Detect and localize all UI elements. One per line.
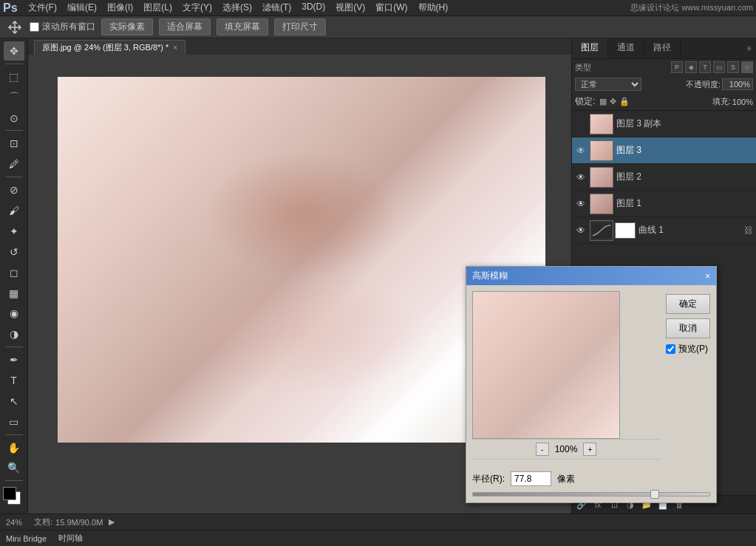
fill-screen-button[interactable]: 填充屏幕 xyxy=(217,18,268,35)
status-bar: 24% 文档: 15.9M/90.0M ▶ xyxy=(0,513,756,530)
layer-1-visibility[interactable]: 👁 xyxy=(575,198,587,210)
scroll-all-checkbox[interactable] xyxy=(30,22,39,32)
cancel-button[interactable]: 取消 xyxy=(666,318,710,338)
lock-all-icon[interactable]: 🔒 xyxy=(619,97,630,106)
menu-layer[interactable]: 图层(L) xyxy=(139,0,177,16)
fill-value[interactable]: 100% xyxy=(732,98,753,106)
tab-channels[interactable]: 通道 xyxy=(608,38,644,58)
opacity-value[interactable]: 100% xyxy=(722,78,753,90)
mini-bridge-button[interactable]: Mini Bridge xyxy=(6,534,47,543)
radius-slider-thumb[interactable] xyxy=(650,490,659,499)
document-tab[interactable]: 原图.jpg @ 24% (图层 3, RGB/8*) * × xyxy=(34,40,185,55)
filter-smart-icon[interactable]: S xyxy=(727,61,739,73)
menu-window[interactable]: 窗口(W) xyxy=(371,0,412,16)
eyedropper-tool[interactable]: 🖉 xyxy=(4,154,24,174)
preview-label: 预览(P) xyxy=(678,343,708,355)
menu-view[interactable]: 视图(V) xyxy=(331,0,370,16)
layer-3copy-name: 图层 3 副本 xyxy=(616,117,753,130)
layer-3-visibility[interactable]: 👁 xyxy=(575,145,587,157)
tool-separator-2 xyxy=(5,130,23,131)
menu-edit[interactable]: 编辑(E) xyxy=(63,0,101,16)
actual-pixels-button[interactable]: 实际像素 xyxy=(101,18,153,35)
radius-label: 半径(R): xyxy=(472,473,505,485)
shape-tool[interactable]: ▭ xyxy=(4,412,24,431)
menu-file[interactable]: 文件(F) xyxy=(24,0,61,16)
history-brush[interactable]: ↺ xyxy=(4,242,24,262)
zoom-in-button[interactable]: + xyxy=(583,443,596,456)
filter-text-icon[interactable]: T xyxy=(699,61,711,73)
fit-screen-button[interactable]: 适合屏幕 xyxy=(159,18,211,35)
menu-help[interactable]: 帮助(H) xyxy=(414,0,453,16)
crop-tool[interactable]: ⊡ xyxy=(4,134,24,153)
panel-expand-icon[interactable]: ≡ xyxy=(743,38,756,58)
dodge-tool[interactable]: ◑ xyxy=(4,324,24,344)
move-tool[interactable]: ✥ xyxy=(4,41,24,61)
text-tool[interactable]: T xyxy=(4,371,24,390)
doc-info-expand[interactable]: ▶ xyxy=(109,517,115,527)
layer-2-thumbnail xyxy=(590,167,613,188)
timeline-button[interactable]: 时间轴 xyxy=(58,533,83,544)
eraser-tool[interactable]: ◻ xyxy=(4,263,24,282)
dialog-preview-bar: - 100% + xyxy=(472,439,660,460)
pen-tool[interactable]: ✒ xyxy=(4,350,24,369)
curves-mask-thumbnail xyxy=(615,222,636,239)
lock-icons: ▦ ✥ 🔒 xyxy=(599,97,630,106)
dialog-title-bar[interactable]: 高斯模糊 × xyxy=(466,267,716,285)
print-size-button[interactable]: 打印尺寸 xyxy=(274,18,326,35)
layer-item-3copy[interactable]: 👁 图层 3 副本 xyxy=(572,111,756,137)
spot-heal-tool[interactable]: ⊘ xyxy=(4,180,24,199)
zoom-tool[interactable]: 🔍 xyxy=(4,459,24,478)
menu-filter[interactable]: 滤镜(T) xyxy=(258,0,296,16)
menu-image[interactable]: 图像(I) xyxy=(103,0,137,16)
layer-item-1[interactable]: 👁 图层 1 xyxy=(572,191,756,217)
tool-separator-3 xyxy=(5,177,23,177)
path-select-tool[interactable]: ↖ xyxy=(4,392,24,411)
clone-tool[interactable]: ✦ xyxy=(4,222,24,241)
layer-2-visibility[interactable]: 👁 xyxy=(575,171,587,183)
blur-tool[interactable]: ◉ xyxy=(4,304,24,323)
layer-1-name: 图层 1 xyxy=(616,197,753,210)
zoom-out-button[interactable]: - xyxy=(536,443,549,456)
preview-checkbox-item: 预览(P) xyxy=(666,343,710,355)
quick-select-tool[interactable]: ⊙ xyxy=(4,109,24,128)
move-icon xyxy=(7,20,22,35)
fill-label: 填充: xyxy=(712,96,731,107)
lock-pixels-icon[interactable]: ▦ xyxy=(599,97,607,106)
tab-paths[interactable]: 路径 xyxy=(644,38,681,58)
opacity-control: 不透明度: 100% xyxy=(686,78,753,90)
tab-layers[interactable]: 图层 xyxy=(572,38,608,58)
layer-item-2[interactable]: 👁 图层 2 xyxy=(572,164,756,191)
menu-select[interactable]: 选择(S) xyxy=(218,0,256,16)
gradient-tool[interactable]: ▦ xyxy=(4,284,24,303)
gaussian-blur-dialog: 高斯模糊 × - 100% + 确定 取消 预览(P) 半径(R): 像素 xyxy=(466,266,717,503)
radius-input[interactable] xyxy=(511,471,551,486)
doc-info-label: 文档: xyxy=(34,516,52,528)
radius-slider-track[interactable] xyxy=(472,492,710,496)
tool-separator-6 xyxy=(5,480,23,481)
menu-3d[interactable]: 3D(D) xyxy=(297,0,330,16)
move-tool-options[interactable] xyxy=(6,18,24,36)
filter-pixel-icon[interactable]: P xyxy=(671,61,683,73)
brush-tool[interactable]: 🖌 xyxy=(4,201,24,220)
filter-adj-icon[interactable]: ◈ xyxy=(685,61,697,73)
filter-shape-icon[interactable]: ▭ xyxy=(713,61,725,73)
dialog-close-button[interactable]: × xyxy=(705,271,710,281)
tab-close-button[interactable]: × xyxy=(173,44,177,52)
curves-visibility[interactable]: 👁 xyxy=(575,225,587,236)
menu-text[interactable]: 文字(Y) xyxy=(178,0,217,16)
lasso-tool[interactable]: ⌒ xyxy=(4,88,24,107)
layer-3-name: 图层 3 xyxy=(616,144,753,157)
dialog-buttons: 确定 取消 预览(P) xyxy=(666,291,710,460)
hand-tool[interactable]: ✋ xyxy=(4,438,24,457)
blend-mode-select[interactable]: 正常 xyxy=(575,78,641,91)
lock-move-icon[interactable]: ✥ xyxy=(610,97,616,106)
marquee-tool[interactable]: ⬚ xyxy=(4,67,24,86)
ok-button[interactable]: 确定 xyxy=(666,294,710,314)
scroll-all-label: 滚动所有窗口 xyxy=(42,21,95,33)
foreground-color[interactable] xyxy=(3,487,16,500)
preview-checkbox[interactable] xyxy=(666,344,675,354)
curves-layer-item[interactable]: 👁 曲线 1 ⛓ xyxy=(572,217,756,244)
filter-toggle[interactable]: ○ xyxy=(741,61,753,73)
layer-3copy-visibility[interactable]: 👁 xyxy=(575,118,587,130)
layer-item-3[interactable]: 👁 图层 3 xyxy=(572,137,756,164)
